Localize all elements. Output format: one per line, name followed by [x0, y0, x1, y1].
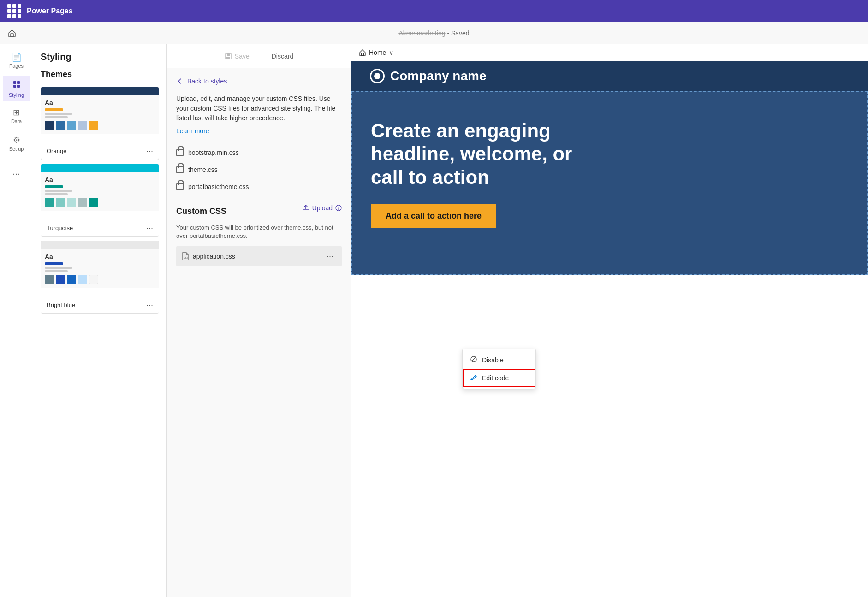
save-label: Save [235, 53, 250, 60]
theme-card-brightblue[interactable]: Aa Bright blue ··· [41, 241, 159, 314]
breadcrumb-home-icon [359, 49, 366, 56]
disable-icon [470, 355, 477, 364]
svg-rect-15 [362, 53, 364, 56]
second-bar: Akme marketing - Saved [0, 22, 868, 44]
breadcrumb-home-label: Home [369, 49, 386, 56]
discard-label: Discard [272, 53, 293, 60]
left-nav: 📄 Pages Styling ⊞ Data ⚙ Set up ... [0, 44, 33, 597]
data-icon: ⊞ [13, 108, 20, 117]
context-menu-edit-code[interactable]: Edit code [463, 369, 535, 387]
styles-description: Upload, edit, and manage your custom CSS… [176, 94, 342, 123]
page-name-label: Akme marketing [398, 30, 445, 37]
svg-rect-0 [11, 34, 13, 37]
saved-status: - Saved [447, 30, 469, 37]
css-file-theme: theme.css [176, 161, 342, 178]
sidebar-item-setup[interactable]: ⚙ Set up [3, 131, 30, 157]
top-bar: Power Pages [0, 0, 868, 22]
sidebar-item-pages[interactable]: 📄 Pages [3, 48, 30, 74]
preview-breadcrumb: Home ∨ [351, 44, 868, 61]
svg-rect-3 [13, 85, 16, 88]
theme-card-orange[interactable]: Aa Orange ··· [41, 87, 159, 160]
upload-button[interactable]: Upload i [302, 204, 342, 212]
breadcrumb-chevron: ∨ [389, 49, 393, 56]
application-css-name: application.css [193, 253, 235, 260]
site-header: Company name [351, 61, 868, 91]
styling-icon [12, 80, 21, 90]
upload-icon [302, 204, 309, 212]
svg-rect-7 [226, 57, 230, 59]
styles-content: Back to styles Upload, edit, and manage … [167, 68, 351, 597]
theme-name-orange: Orange [47, 148, 66, 154]
css-files-list: bootstrap.min.css theme.css portalbasict… [176, 144, 342, 195]
lock-icon-portalbasic [176, 183, 184, 190]
themes-heading: Themes [33, 70, 166, 83]
theme-more-orange[interactable]: ··· [146, 146, 153, 156]
disable-label: Disable [482, 356, 504, 364]
theme-more-turquoise[interactable]: ··· [146, 223, 153, 233]
file-css-icon: CSS [182, 252, 189, 260]
svg-line-14 [475, 376, 476, 377]
svg-rect-1 [13, 81, 16, 84]
lock-icon-bootstrap [176, 149, 184, 156]
css-filename-theme: theme.css [188, 166, 218, 173]
theme-name-brightblue: Bright blue [47, 301, 75, 308]
sidebar-item-styling[interactable]: Styling [3, 76, 30, 101]
css-filename-bootstrap: bootstrap.min.css [188, 149, 239, 156]
hero-title: Create an engaging headline, welcome, or… [371, 119, 601, 189]
back-arrow-icon [176, 77, 184, 85]
themes-panel: Styling Themes Aa [33, 44, 167, 597]
learn-more-link[interactable]: Learn more [176, 127, 209, 135]
context-menu-disable[interactable]: Disable [463, 351, 535, 369]
custom-css-title: Custom CSS [176, 207, 226, 216]
pages-label: Pages [9, 63, 24, 69]
save-button[interactable]: Save [219, 49, 255, 64]
svg-rect-4 [17, 85, 20, 88]
theme-more-brightblue[interactable]: ··· [146, 300, 153, 310]
svg-line-12 [472, 357, 476, 361]
custom-css-section-header: Custom CSS Upload i [176, 195, 342, 220]
edit-code-icon [470, 373, 477, 382]
info-icon: i [335, 205, 342, 211]
css-filename-portalbasic: portalbasictheme.css [188, 183, 249, 190]
lock-icon-theme [176, 166, 184, 173]
data-label: Data [11, 118, 22, 124]
application-css-row: CSS application.css ··· [176, 246, 342, 266]
site-hero: Create an engaging headline, welcome, or… [351, 91, 868, 275]
main-layout: 📄 Pages Styling ⊞ Data ⚙ Set up ... [0, 44, 868, 597]
theme-name-turquoise: Turquoise [47, 225, 73, 231]
save-icon [225, 53, 232, 60]
svg-rect-2 [17, 81, 20, 84]
more-nav-button[interactable]: ... [12, 162, 20, 181]
svg-text:CSS: CSS [184, 256, 189, 259]
styling-label: Styling [9, 92, 24, 98]
preview-area: Home ∨ Company name Create an engaging h… [351, 44, 868, 597]
custom-css-description: Your custom CSS will be prioritized over… [176, 224, 342, 240]
toolbar: Save Discard [167, 44, 351, 68]
context-menu: Disable Edit code [462, 349, 536, 389]
css-file-bootstrap: bootstrap.min.css [176, 144, 342, 161]
application-css-more-button[interactable]: ··· [324, 250, 336, 262]
css-file-portalbasic: portalbasictheme.css [176, 178, 342, 195]
preview-site: Company name Create an engaging headline… [351, 61, 868, 597]
discard-button[interactable]: Discard [266, 49, 299, 64]
site-logo [370, 69, 385, 83]
svg-rect-6 [227, 53, 230, 56]
setup-icon: ⚙ [13, 136, 20, 144]
styles-detail-panel: Save Discard Back to styles Upload, edit… [167, 44, 351, 597]
theme-card-turquoise[interactable]: Aa Turquoise ··· [41, 164, 159, 237]
home-icon[interactable] [7, 29, 17, 38]
svg-text:i: i [338, 207, 339, 211]
sidebar-item-data[interactable]: ⊞ Data [3, 103, 30, 129]
upload-label: Upload [312, 204, 333, 212]
company-name-label: Company name [390, 69, 487, 83]
cta-button[interactable]: Add a call to action here [371, 204, 496, 228]
app-title: Power Pages [27, 7, 73, 15]
second-bar-status: Akme marketing - Saved [398, 30, 469, 37]
styling-panel-title: Styling [33, 52, 166, 70]
setup-label: Set up [9, 146, 24, 152]
app-grid-icon[interactable] [7, 4, 21, 18]
edit-code-label: Edit code [482, 374, 509, 382]
back-label: Back to styles [187, 77, 227, 85]
pages-icon: 📄 [12, 53, 22, 61]
back-to-styles-link[interactable]: Back to styles [176, 77, 342, 85]
